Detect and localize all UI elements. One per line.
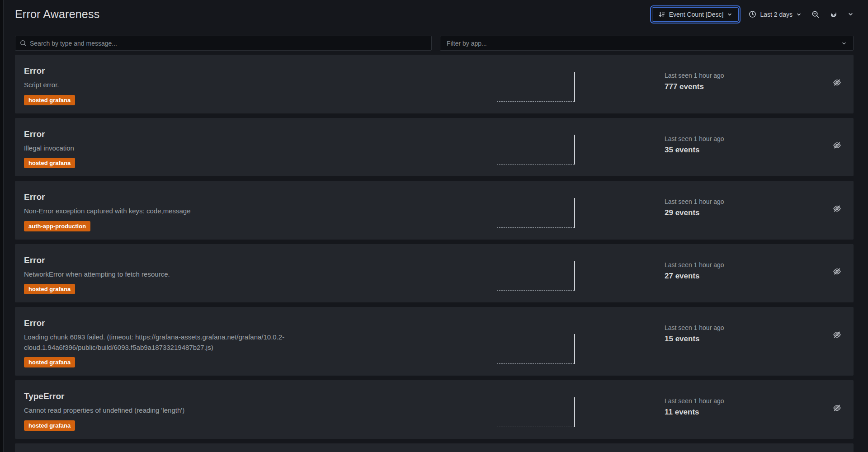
error-meta: Last seen 1 hour ago 777 events bbox=[665, 72, 724, 91]
hide-error-button[interactable] bbox=[832, 403, 842, 413]
sort-order-button[interactable]: Event Count [Desc] bbox=[652, 7, 739, 22]
last-seen-label: Last seen 1 hour ago bbox=[665, 72, 724, 79]
event-count: 27 events bbox=[665, 272, 724, 281]
eye-off-icon bbox=[833, 141, 841, 150]
app-filter-select[interactable]: Filter by app... bbox=[440, 36, 854, 51]
app-badge[interactable]: hosted grafana bbox=[24, 158, 75, 168]
refresh-interval-dropdown[interactable] bbox=[848, 7, 854, 22]
error-type: Error bbox=[24, 192, 331, 202]
error-meta: Last seen 1 hour ago 35 events bbox=[665, 135, 724, 155]
last-seen-label: Last seen 1 hour ago bbox=[665, 324, 724, 331]
error-message: Script error. bbox=[24, 80, 331, 90]
hide-error-button[interactable] bbox=[832, 267, 842, 277]
error-awareness-page: Error Awareness Event Count [Desc] bbox=[0, 0, 868, 452]
error-card[interactable]: Error Script error. hosted grafana Last … bbox=[15, 55, 854, 113]
sort-order-label: Event Count [Desc] bbox=[669, 11, 724, 18]
sparkline-chart bbox=[495, 307, 581, 376]
error-card[interactable]: Error NetworkError when attempting to fe… bbox=[15, 244, 854, 303]
error-message: NetworkError when attempting to fetch re… bbox=[24, 269, 331, 280]
app-badge[interactable]: hosted grafana bbox=[24, 357, 75, 367]
event-count: 35 events bbox=[665, 146, 724, 155]
sparkline-spike bbox=[574, 72, 575, 102]
error-card[interactable]: Error Non-Error exception captured with … bbox=[15, 181, 854, 240]
event-count: 777 events bbox=[665, 82, 724, 91]
sparkline-spike bbox=[574, 397, 575, 427]
error-info: Error Loading chunk 6093 failed. (timeou… bbox=[24, 318, 331, 367]
sparkline-baseline bbox=[497, 227, 574, 228]
event-count: 15 events bbox=[665, 334, 724, 344]
sparkline-spike bbox=[574, 198, 575, 228]
sparkline-spike bbox=[574, 334, 575, 364]
error-type: Error bbox=[24, 255, 331, 265]
page-title: Error Awareness bbox=[15, 8, 99, 21]
error-meta: Last seen 1 hour ago 27 events bbox=[665, 261, 724, 281]
chevron-down-icon bbox=[841, 41, 847, 46]
refresh-button[interactable] bbox=[830, 7, 838, 22]
event-count: 11 events bbox=[665, 408, 724, 417]
hide-error-button[interactable] bbox=[832, 77, 842, 87]
error-type: Error bbox=[24, 318, 331, 328]
app-badge[interactable]: hosted grafana bbox=[24, 420, 75, 431]
error-message: Cannot read properties of undefined (rea… bbox=[24, 405, 331, 416]
search-input[interactable] bbox=[30, 40, 427, 47]
last-seen-label: Last seen 1 hour ago bbox=[665, 261, 724, 268]
error-message: Non-Error exception captured with keys: … bbox=[24, 206, 331, 217]
sparkline-baseline bbox=[497, 164, 574, 165]
error-message: Loading chunk 6093 failed. (timeout: htt… bbox=[24, 332, 331, 353]
sparkline-chart bbox=[495, 181, 581, 240]
error-card[interactable]: TypeError Cannot read properties of unde… bbox=[15, 380, 854, 439]
eye-off-icon bbox=[833, 204, 841, 213]
header-controls: Event Count [Desc] Last 2 days bbox=[652, 7, 854, 22]
chevron-down-icon bbox=[796, 12, 802, 17]
sparkline-spike bbox=[574, 261, 575, 291]
sparkline-baseline bbox=[497, 101, 574, 102]
error-type: Error bbox=[24, 129, 331, 139]
last-seen-label: Last seen 1 hour ago bbox=[665, 198, 724, 205]
hide-error-button[interactable] bbox=[832, 203, 842, 213]
eye-off-icon bbox=[833, 330, 841, 339]
sparkline-chart bbox=[495, 443, 581, 452]
top-bar: Error Awareness Event Count [Desc] bbox=[15, 0, 854, 28]
app-badge[interactable]: hosted grafana bbox=[24, 284, 75, 294]
sparkline-baseline bbox=[497, 427, 574, 427]
filter-row: Filter by app... bbox=[15, 36, 854, 51]
hide-error-button[interactable] bbox=[832, 330, 842, 339]
time-range-picker[interactable]: Last 2 days bbox=[749, 7, 802, 22]
hide-error-button[interactable] bbox=[832, 141, 842, 151]
eye-off-icon bbox=[833, 78, 841, 87]
error-card[interactable]: Error Loading chunk 6093 failed. (timeou… bbox=[15, 307, 854, 376]
last-seen-label: Last seen 1 hour ago bbox=[665, 397, 724, 405]
search-icon bbox=[20, 40, 27, 47]
app-filter-placeholder: Filter by app... bbox=[447, 40, 487, 47]
error-info: Error Non-Error exception captured with … bbox=[24, 192, 331, 231]
error-meta: Last seen 1 hour ago 15 events bbox=[665, 324, 724, 344]
error-info: TypeError Cannot read properties of unde… bbox=[24, 391, 331, 431]
sparkline-chart bbox=[495, 380, 581, 439]
chevron-down-icon bbox=[727, 12, 732, 17]
zoom-out-button[interactable] bbox=[811, 7, 820, 22]
eye-off-icon bbox=[833, 267, 841, 276]
error-list: Error Script error. hosted grafana Last … bbox=[15, 55, 854, 452]
search-box bbox=[15, 36, 432, 51]
refresh-icon bbox=[830, 10, 838, 19]
error-info: Error NetworkError when attempting to fe… bbox=[24, 255, 331, 295]
sparkline-chart bbox=[495, 244, 581, 303]
error-message: Illegal invocation bbox=[24, 143, 331, 154]
app-badge[interactable]: hosted grafana bbox=[24, 95, 75, 105]
window-left-edge bbox=[0, 0, 4, 452]
error-info: Error Illegal invocation hosted grafana bbox=[24, 129, 331, 169]
eye-off-icon bbox=[833, 404, 841, 412]
sparkline-chart bbox=[495, 55, 581, 113]
clock-icon bbox=[749, 10, 756, 18]
error-card[interactable]: Error Illegal invocation hosted grafana … bbox=[15, 118, 854, 177]
error-card[interactable]: Error Request failed with status code 50… bbox=[15, 443, 854, 452]
error-meta: Last seen 1 hour ago 11 events bbox=[665, 397, 724, 417]
error-type: TypeError bbox=[24, 391, 331, 401]
sort-amount-down-icon bbox=[658, 11, 665, 18]
event-count: 29 events bbox=[665, 208, 724, 217]
last-seen-label: Last seen 1 hour ago bbox=[665, 135, 724, 142]
time-range-label: Last 2 days bbox=[760, 11, 793, 18]
chevron-down-icon bbox=[848, 11, 854, 17]
sparkline-spike bbox=[574, 135, 575, 165]
app-badge[interactable]: auth-app-production bbox=[24, 221, 90, 231]
